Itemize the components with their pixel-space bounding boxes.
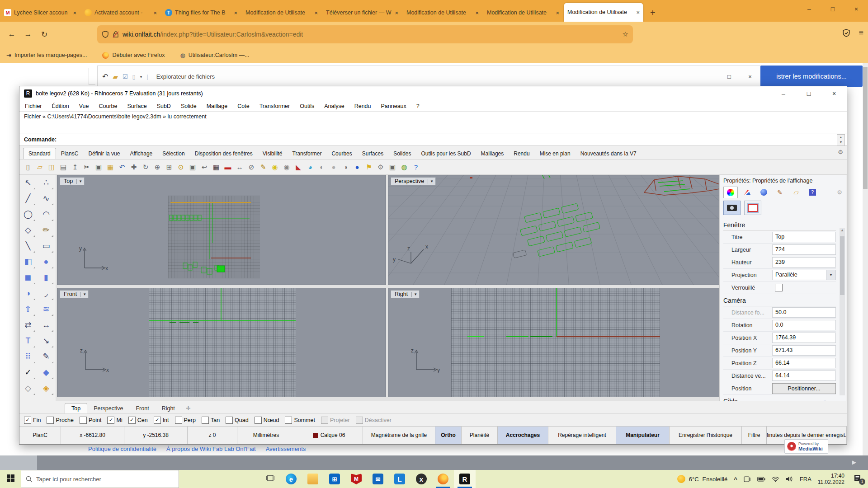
toolbar-tab[interactable]: Disposition des fenêtres	[190, 148, 258, 159]
box-tool-icon[interactable]: ◼	[19, 270, 37, 286]
browser-tab[interactable]: Téléverser un fichier — W×	[322, 4, 402, 22]
browser-tab[interactable]: MLychee Slicer accoun×	[0, 4, 80, 22]
arc-tool-icon[interactable]: ◠	[38, 206, 55, 222]
toolbar-tab[interactable]: Sélection	[157, 148, 189, 159]
status-toggle[interactable]: Enregistrer l'historique	[670, 427, 742, 444]
status-toggle[interactable]: Manipulateur	[616, 427, 670, 444]
earth-icon[interactable]: ◍	[399, 162, 409, 173]
taskbar-app-firefox[interactable]	[432, 470, 454, 488]
undo-view-icon[interactable]: ↩	[199, 162, 209, 173]
toolbar-tab[interactable]: Maillages	[476, 148, 509, 159]
bookmark-item[interactable]: ◍Utilisateur:Carloslm —...	[180, 52, 249, 59]
tablet-icon[interactable]	[744, 476, 751, 483]
render-wheel-icon[interactable]: ◕	[305, 162, 315, 173]
browser-vertical-scrollbar[interactable]	[863, 63, 868, 455]
checkbox-icon[interactable]: ✓	[154, 417, 161, 424]
menu-cote[interactable]: Cote	[237, 103, 249, 109]
browser-tab[interactable]: Modification de Utilisate×	[483, 4, 563, 22]
boolean-tool-icon[interactable]: ◑	[19, 286, 37, 301]
ghost-sphere-icon[interactable]: ●	[329, 162, 339, 173]
menu-fichier[interactable]: Fichier	[25, 103, 42, 109]
taskbar-search-input[interactable]: Taper ici pour rechercher	[21, 470, 179, 488]
weather-widget[interactable]: 6°C Ensoleillé	[677, 475, 727, 483]
chevron-down-icon[interactable]: ▼	[826, 270, 835, 280]
menu-maillage[interactable]: Maillage	[207, 103, 228, 109]
taskbar-app-mail[interactable]: ✉	[367, 470, 389, 488]
annotate-icon[interactable]: ✎	[258, 162, 268, 173]
file-icon[interactable]: ▯	[132, 73, 136, 80]
help-icon[interactable]: ?	[806, 187, 819, 198]
gem-tool-icon[interactable]: ◈	[38, 380, 55, 396]
scroll-up-icon[interactable]: ▲	[840, 228, 845, 235]
copy-icon[interactable]: ▣	[94, 162, 104, 173]
extrude-tool-icon[interactable]: ⇧	[19, 301, 37, 317]
sphere-tool-icon[interactable]: ●	[38, 254, 55, 270]
checkbox-icon[interactable]	[47, 417, 54, 424]
forward-icon[interactable]: →	[20, 30, 36, 39]
checkbox-icon[interactable]	[255, 417, 262, 424]
url-bar[interactable]: wiki.onlfait.ch/index.php?title=Utilisat…	[97, 25, 633, 43]
chevron-down-icon[interactable]: ▼	[76, 179, 84, 184]
pan-icon[interactable]: ✚	[129, 162, 139, 173]
scroll-right-icon[interactable]: ▶	[852, 459, 856, 465]
browser-tab[interactable]: Modification de Utilisate×	[403, 4, 482, 22]
viewport-tab-right[interactable]: Right	[156, 404, 181, 413]
toolbar-tab[interactable]: Affichage	[125, 148, 157, 159]
rhino-close-icon[interactable]: ×	[821, 86, 847, 101]
rhino-minimize-icon[interactable]: –	[771, 86, 796, 101]
rectangle-tool-icon[interactable]: ▭	[38, 238, 55, 254]
shade-sphere-icon[interactable]: ◐	[317, 162, 327, 173]
menu-panneaux[interactable]: Panneaux	[381, 103, 406, 109]
command-scroll-spinner[interactable]: ▲▼	[837, 134, 845, 146]
checkbox-icon[interactable]	[80, 417, 87, 424]
viewport-perspective[interactable]: Perspective▼	[388, 175, 719, 285]
footer-link[interactable]: Politique de confidentialité	[88, 446, 156, 452]
cone-icon[interactable]	[741, 187, 754, 198]
status-toggle[interactable]: Planéité	[462, 427, 498, 444]
gear-icon[interactable]: ⚙	[376, 162, 386, 173]
leader-tool-icon[interactable]: ↘	[38, 333, 55, 349]
checkbox-icon[interactable]	[285, 417, 292, 424]
loft-tool-icon[interactable]: ≋	[38, 301, 55, 317]
property-value-field[interactable]: 1764.39	[772, 333, 836, 343]
footer-link[interactable]: À propos de Wiki Fab Lab Onl'Fait	[166, 446, 256, 452]
control-points-tool-icon[interactable]: ∴	[38, 175, 55, 191]
checkbox-icon[interactable]	[775, 284, 783, 291]
volume-icon[interactable]	[786, 476, 793, 482]
command-prompt[interactable]: Commande: ▲▼	[19, 133, 847, 146]
status-toggle[interactable]: Ortho	[435, 427, 462, 444]
flag-icon[interactable]: ⚑	[364, 162, 374, 173]
osnap-projeter[interactable]: Projeter	[321, 417, 350, 424]
viewport-tab-front[interactable]: Front	[129, 404, 155, 413]
keyboard-language[interactable]: FRA	[800, 476, 811, 483]
osnap-tan[interactable]: Tan	[202, 417, 220, 424]
rhino-titlebar[interactable]: R boite legov2 (628 Ko) - Rhinoceros 7 E…	[19, 86, 847, 101]
zoom-selected-icon[interactable]: ⊙	[176, 162, 186, 173]
osnap-proche[interactable]: Proche	[47, 417, 74, 424]
chevron-down-icon[interactable]: ▼	[80, 292, 88, 297]
brush-icon[interactable]: ✎	[773, 187, 787, 198]
fillet-tool-icon[interactable]: ◞	[38, 286, 55, 301]
toolbar-tab[interactable]: Surfaces	[357, 148, 388, 159]
menu-transformer[interactable]: Transformer	[259, 103, 290, 109]
toolbar-tab[interactable]: PlansC	[56, 148, 84, 159]
taskbar-app-edge[interactable]: e	[280, 470, 302, 488]
status-toggle[interactable]: Repérage intelligent	[548, 427, 616, 444]
paste-icon[interactable]: ▦	[105, 162, 115, 173]
toolbar-tab[interactable]: Rendu	[509, 148, 534, 159]
positionner-button[interactable]: Positionner...	[772, 383, 836, 394]
property-value-field[interactable]: 0.0	[772, 320, 836, 330]
property-value-field[interactable]: 66.14	[772, 358, 836, 368]
start-button[interactable]	[0, 474, 21, 484]
zoom-dynamic-icon[interactable]: ⊕	[152, 162, 162, 173]
explorer-maximize-icon[interactable]: □	[719, 73, 740, 80]
text-tool-icon[interactable]: T	[19, 333, 37, 349]
checkbox-icon[interactable]: ✓	[24, 417, 31, 424]
url-text[interactable]: wiki.onlfait.ch/index.php?title=Utilisat…	[123, 31, 303, 38]
render-fin-icon[interactable]: ◣	[293, 162, 303, 173]
status-cell[interactable]: z 0	[188, 427, 237, 444]
taskbar-app-lychee[interactable]: L	[389, 470, 410, 488]
tab-close-icon[interactable]: ×	[475, 9, 479, 16]
tab-close-icon[interactable]: ×	[234, 9, 237, 16]
tab-close-icon[interactable]: ×	[73, 9, 76, 16]
